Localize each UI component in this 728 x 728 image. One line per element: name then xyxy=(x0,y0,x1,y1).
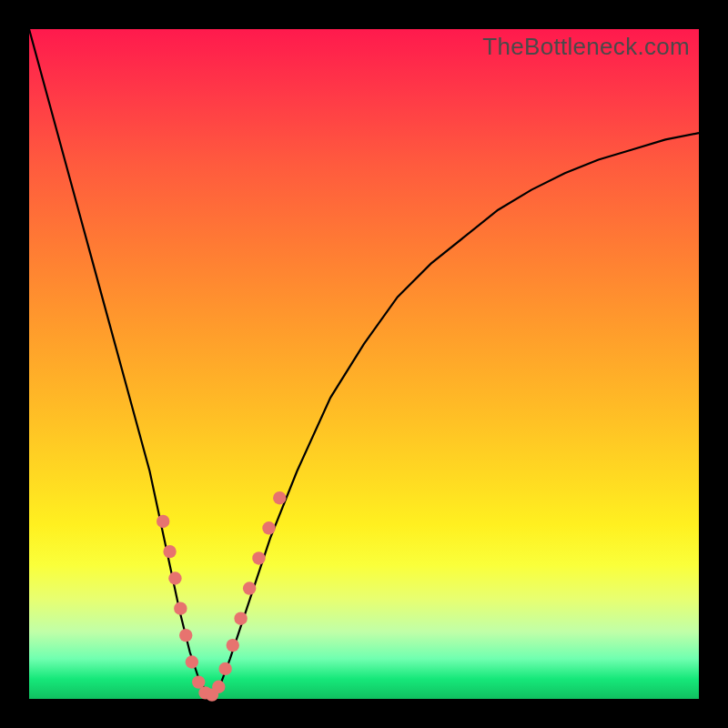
marker-dot xyxy=(157,515,169,528)
marker-dot xyxy=(262,521,275,534)
plot-area: TheBottleneck.com xyxy=(29,29,699,699)
marker-dot xyxy=(227,639,239,652)
marker-dot xyxy=(168,571,181,584)
bottleneck-curve xyxy=(29,29,699,695)
marker-dot xyxy=(243,581,256,594)
marker-dot xyxy=(273,491,286,504)
chart-overlay-svg xyxy=(29,29,699,699)
marker-dot xyxy=(186,655,198,668)
marker-dot xyxy=(179,629,192,642)
marker-dot xyxy=(212,681,225,693)
chart-frame: TheBottleneck.com xyxy=(0,0,728,728)
marker-dot xyxy=(234,612,247,624)
marker-dot xyxy=(174,602,187,614)
marker-dot xyxy=(218,662,231,675)
marker-dot xyxy=(163,545,176,558)
marker-dot xyxy=(252,551,265,564)
